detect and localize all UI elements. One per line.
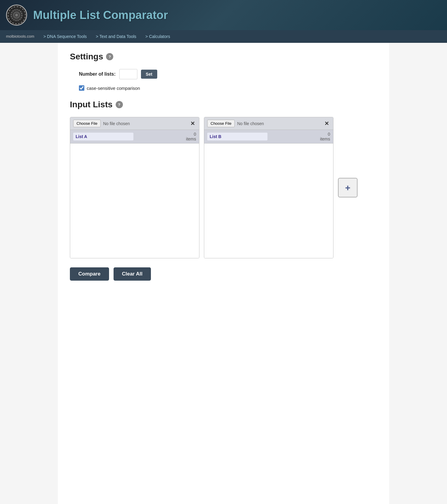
case-sensitive-row: case-sensitive comparison (79, 85, 377, 91)
case-sensitive-checkbox[interactable] (79, 85, 84, 91)
clear-all-button[interactable]: Clear All (114, 267, 151, 281)
case-sensitive-label: case-sensitive comparison (87, 86, 140, 91)
lists-container: Choose File No file chosen ✕ 0 items Cho… (70, 117, 377, 258)
num-lists-label: Number of lists: (79, 71, 116, 77)
set-button[interactable]: Set (141, 70, 157, 79)
logo-area (6, 5, 27, 26)
bottom-buttons: Compare Clear All (70, 267, 377, 281)
no-file-text-b: No file chosen (237, 121, 321, 126)
nav-calculators[interactable]: > Calculators (145, 34, 170, 39)
close-btn-a[interactable]: ✕ (189, 121, 196, 126)
list-a-items-count: 0 items (186, 132, 196, 141)
close-btn-b[interactable]: ✕ (323, 121, 330, 126)
list-box-b: Choose File No file chosen ✕ 0 items (204, 117, 333, 258)
list-b-items-count: 0 items (320, 132, 330, 141)
num-lists-input[interactable] (119, 69, 137, 79)
settings-section-title: Settings ? (70, 52, 377, 61)
app-header: Multiple List Comparator (0, 0, 447, 30)
list-b-textarea[interactable] (204, 143, 333, 258)
choose-file-btn-a[interactable]: Choose File (73, 120, 101, 127)
num-lists-row: Number of lists: Set (79, 69, 377, 79)
add-list-button[interactable]: + (338, 178, 358, 197)
logo-icon (6, 5, 27, 26)
list-a-name-input[interactable] (73, 133, 133, 140)
input-lists-section: Input Lists ? Choose File No file chosen… (70, 100, 377, 281)
list-b-header: Choose File No file chosen ✕ (204, 117, 333, 130)
svg-point-1 (14, 12, 20, 18)
page-title: Multiple List Comparator (33, 9, 441, 22)
list-b-name-row: 0 items (204, 130, 333, 143)
list-a-header: Choose File No file chosen ✕ (70, 117, 199, 130)
input-lists-help-icon[interactable]: ? (116, 101, 123, 108)
list-a-name-row: 0 items (70, 130, 199, 143)
main-content: Settings ? Number of lists: Set case-sen… (58, 43, 389, 504)
nav-text-data-tools[interactable]: > Text and Data Tools (96, 34, 136, 39)
input-lists-title: Input Lists ? (70, 100, 377, 109)
compare-button[interactable]: Compare (70, 267, 109, 281)
list-a-textarea[interactable] (70, 143, 199, 258)
settings-help-icon[interactable]: ? (106, 53, 113, 60)
choose-file-btn-b[interactable]: Choose File (207, 120, 235, 127)
svg-point-2 (15, 14, 18, 16)
list-b-name-input[interactable] (207, 133, 267, 140)
navigation: molbiotools.com > DNA Sequence Tools > T… (0, 30, 447, 43)
svg-point-0 (11, 10, 22, 20)
no-file-text-a: No file chosen (103, 121, 187, 126)
nav-dna-tools[interactable]: > DNA Sequence Tools (43, 34, 87, 39)
list-box-a: Choose File No file chosen ✕ 0 items (70, 117, 199, 258)
nav-brand: molbiotools.com (6, 34, 34, 39)
